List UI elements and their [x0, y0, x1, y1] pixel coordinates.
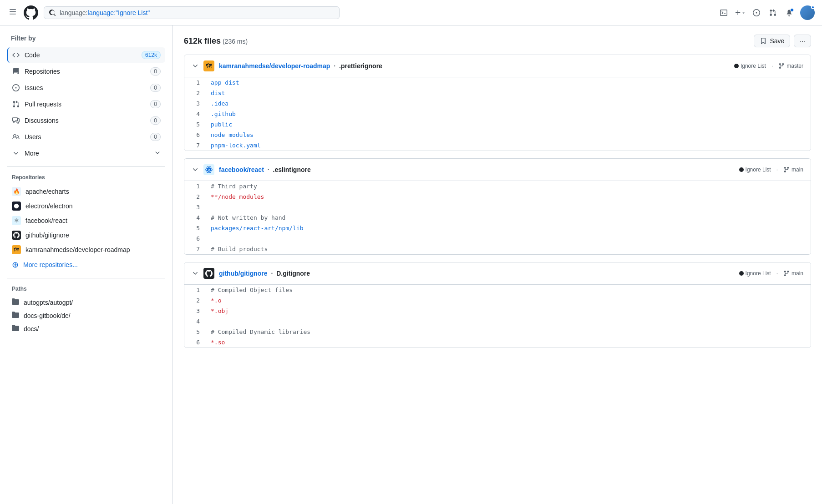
search-bar[interactable]: language:language:"Ignore List"	[44, 6, 340, 19]
more-actions-button[interactable]: ···	[794, 35, 811, 47]
card-repo-avatar: 🗺	[203, 60, 214, 71]
code-filter-icon	[12, 51, 20, 59]
search-value: language:language:"Ignore List"	[60, 9, 150, 16]
line-content: packages/react-art/npm/lib	[207, 224, 811, 232]
save-button[interactable]: Save	[754, 35, 790, 47]
collapse-button[interactable]	[192, 166, 199, 173]
user-avatar[interactable]	[800, 5, 815, 20]
sidebar-path-item[interactable]: autogpts/autogpt/	[7, 296, 165, 309]
terminal-icon[interactable]	[718, 7, 729, 18]
pulls-icon[interactable]	[767, 7, 778, 18]
sidebar-repo-item[interactable]: github/gitignore	[7, 228, 165, 242]
language-label: Ignore List	[746, 166, 771, 173]
more-filter-icon	[12, 149, 20, 157]
language-badge: Ignore List	[739, 270, 771, 277]
code-line: 4	[184, 316, 811, 327]
line-number: 3	[184, 307, 207, 315]
line-content: # Compiled Object files	[207, 286, 811, 294]
sidebar-item-repositories[interactable]: Repositories0	[7, 64, 165, 79]
branch-icon	[783, 166, 790, 173]
line-number: 6	[184, 234, 207, 243]
sidebar-item-code[interactable]: Code612k	[7, 47, 165, 63]
more-repositories-link[interactable]: ⊕ More repositories...	[7, 257, 165, 272]
repositories-section-title: Repositories	[7, 172, 165, 184]
language-dot	[734, 64, 739, 68]
line-number: 4	[184, 213, 207, 222]
sidebar-repo-item[interactable]: ⚛facebook/react	[7, 213, 165, 228]
line-content	[207, 203, 811, 212]
line-content: .idea	[207, 99, 811, 108]
code-block: 1# Compiled Object files2*.o3*.obj4 5# C…	[184, 285, 811, 348]
save-label: Save	[770, 37, 784, 45]
create-icon[interactable]	[735, 7, 746, 18]
line-content: *.obj	[207, 307, 811, 315]
line-content: public	[207, 120, 811, 129]
code-line: 5packages/react-art/npm/lib	[184, 223, 811, 233]
card-filename: .eslintignore	[273, 166, 311, 173]
code-line: 5# Compiled Dynamic libraries	[184, 327, 811, 337]
line-number: 1	[184, 286, 207, 294]
main-content: 612k files (236 ms) Save ··· 🗺 kamranahm…	[173, 25, 822, 504]
line-content	[207, 234, 811, 243]
repo-name-label: electron/electron	[25, 202, 73, 210]
issues-label: Issues	[25, 84, 146, 91]
code-line: 4.github	[184, 109, 811, 119]
repo-name-label: apache/echarts	[25, 188, 69, 195]
card-meta: Ignore List · main	[739, 270, 803, 277]
sidebar-item-more[interactable]: More	[7, 146, 165, 161]
users-count: 0	[150, 133, 161, 141]
sidebar-path-item[interactable]: docs/	[7, 322, 165, 335]
line-content: **/node_modules	[207, 192, 811, 201]
code-line: 6node_modules	[184, 130, 811, 140]
content-header: 612k files (236 ms) Save ···	[184, 35, 811, 47]
code-line: 7pnpm-lock.yaml	[184, 140, 811, 151]
collapse-button[interactable]	[192, 270, 199, 277]
sidebar-item-issues[interactable]: Issues0	[7, 80, 165, 96]
code-line: 6*.so	[184, 337, 811, 348]
sidebar-item-pull-requests[interactable]: Pull requests0	[7, 96, 165, 112]
code-count: 612k	[142, 51, 161, 59]
sidebar-repo-item[interactable]: 🔥apache/echarts	[7, 184, 165, 199]
collapse-button[interactable]	[192, 62, 199, 70]
code-line: 1app-dist	[184, 77, 811, 88]
folder-icon	[12, 311, 19, 320]
card-title: github/gitignore · D.gitignore	[219, 270, 735, 277]
repo-name-label: kamranahmedse/developer-roadmap	[25, 246, 130, 253]
notifications-icon[interactable]	[784, 7, 795, 18]
result-card-header: github/gitignore · D.gitignore Ignore Li…	[184, 262, 811, 285]
line-number: 5	[184, 328, 207, 336]
users-label: Users	[25, 133, 146, 141]
branch-label: main	[792, 166, 803, 173]
code-line: 7# Build products	[184, 244, 811, 254]
svg-point-0	[14, 204, 19, 209]
results-cards: 🗺 kamranahmedse/developer-roadmap · .pre…	[184, 55, 811, 348]
separator-dot: ·	[776, 270, 778, 277]
hamburger-menu[interactable]	[7, 6, 18, 19]
sidebar-filter-items: Code612kRepositories0Issues0Pull request…	[7, 47, 165, 161]
code-line: 5public	[184, 119, 811, 130]
sidebar-item-users[interactable]: Users0	[7, 129, 165, 145]
topnav: language:language:"Ignore List"	[0, 0, 822, 25]
line-content: pnpm-lock.yaml	[207, 141, 811, 150]
sidebar-item-discussions[interactable]: Discussions0	[7, 113, 165, 128]
repo-name-label: github/gitignore	[25, 232, 69, 239]
card-repo-link[interactable]: kamranahmedse/developer-roadmap	[219, 62, 330, 70]
line-number: 4	[184, 110, 207, 118]
github-logo[interactable]	[24, 5, 38, 20]
sidebar-repo-item[interactable]: electron/electron	[7, 199, 165, 213]
notification-dot	[790, 8, 794, 12]
issues-filter-icon	[12, 84, 20, 92]
more-actions-dots: ···	[800, 37, 805, 45]
card-separator: ·	[271, 270, 273, 277]
repositories-filter-icon	[12, 67, 20, 76]
issues-icon[interactable]	[751, 7, 762, 18]
sidebar-path-item[interactable]: docs-gitbook/de/	[7, 309, 165, 322]
language-dot	[739, 271, 744, 276]
results-count: 612k files	[184, 36, 221, 45]
card-repo-link[interactable]: facebook/react	[219, 166, 264, 173]
folder-icon	[12, 324, 19, 333]
card-repo-link[interactable]: github/gitignore	[219, 270, 268, 277]
branch-icon	[783, 270, 790, 277]
sidebar-repo-item[interactable]: 🗺kamranahmedse/developer-roadmap	[7, 242, 165, 257]
discussions-filter-icon	[12, 116, 20, 125]
